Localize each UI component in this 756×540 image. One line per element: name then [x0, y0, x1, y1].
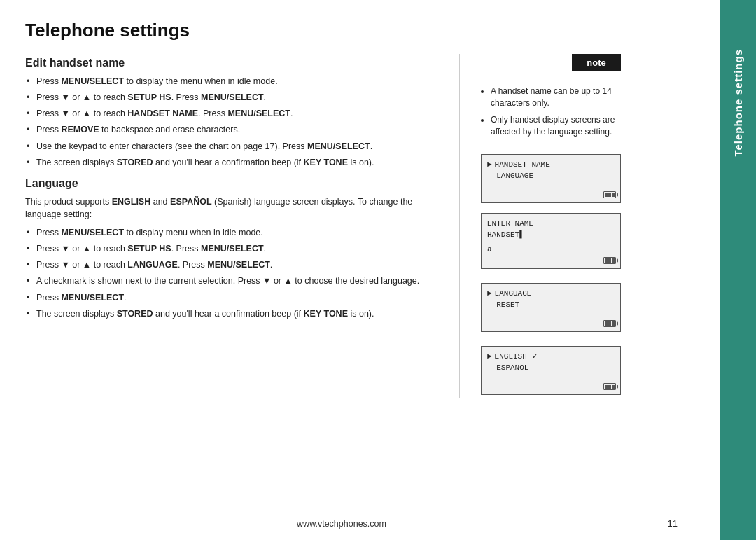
- screen-line: RESET: [487, 299, 615, 311]
- battery-bar: [608, 258, 611, 263]
- list-item: Press MENU/SELECT to display the menu wh…: [25, 75, 438, 88]
- list-item: Press MENU/SELECT.: [25, 291, 438, 304]
- note-text-area: A handset name can be up to 14 character…: [481, 85, 621, 139]
- language-intro: This product supports ENGLISH and ESPAÑO…: [25, 195, 438, 221]
- right-sidebar: Telephone settings: [720, 0, 756, 540]
- screen-text: a: [487, 244, 492, 256]
- screen-line: LANGUAGE: [487, 170, 615, 182]
- page-container: Telephone settings Edit handset name Pre…: [0, 0, 756, 540]
- screen-text: LANGUAGE: [495, 288, 532, 300]
- two-col-layout: Edit handset name Press MENU/SELECT to d…: [25, 54, 706, 398]
- footer: www.vtechphones.com: [0, 513, 683, 529]
- battery-icon: [603, 320, 616, 327]
- screen-line: ESPAÑOL: [487, 362, 615, 374]
- battery-icon: [603, 383, 616, 390]
- list-item: Press MENU/SELECT to display menu when i…: [25, 226, 438, 239]
- phone-screen-1: ► HANDSET NAME LANGUAGE: [481, 154, 621, 203]
- screen-text: ENTER NAME: [487, 218, 533, 230]
- language-heading: Language: [25, 177, 438, 190]
- list-item: The screen displays STORED and you'll he…: [25, 156, 438, 169]
- list-item: A checkmark is shown next to the current…: [25, 275, 438, 287]
- battery-bar: [608, 321, 611, 326]
- screen-text: LANGUAGE: [487, 170, 533, 182]
- phone-screen-2: ENTER NAME HANDSET▌ a: [481, 213, 621, 269]
- note-box: note: [572, 54, 621, 71]
- list-item: Press ▼ or ▲ to reach HANDSET NAME. Pres…: [25, 107, 438, 120]
- battery-bar: [605, 321, 608, 326]
- page-number: 11: [668, 518, 678, 529]
- screen-text: HANDSET▌: [487, 229, 524, 241]
- battery-icon: [603, 257, 616, 264]
- page-title: Telephone settings: [25, 20, 706, 41]
- battery-bar: [612, 385, 615, 389]
- battery-bar: [605, 258, 608, 263]
- checkmark-icon: ✓: [533, 351, 538, 363]
- battery-bar: [612, 321, 615, 326]
- screen-line: ENTER NAME: [487, 218, 615, 230]
- battery-bar: [605, 385, 608, 389]
- battery-bar: [612, 258, 615, 263]
- screen-arrow: ►: [487, 159, 492, 171]
- list-item: Press REMOVE to backspace and erase char…: [25, 123, 438, 136]
- footer-url: www.vtechphones.com: [297, 519, 386, 529]
- list-item: Press ▼ or ▲ to reach SETUP HS. Press ME…: [25, 91, 438, 104]
- screen-text: ENGLISH: [495, 351, 527, 363]
- screen-line: ► ENGLISH ✓: [487, 351, 615, 363]
- screen-line: HANDSET▌: [487, 229, 615, 241]
- note-item: Only handset display screens are affecte…: [491, 114, 621, 139]
- battery-icon: [603, 191, 616, 198]
- battery-bar: [605, 193, 608, 197]
- phone-screen-4: ► ENGLISH ✓ ESPAÑOL: [481, 346, 621, 395]
- screen-text: HANDSET NAME: [495, 159, 550, 171]
- screen-text: RESET: [487, 299, 519, 311]
- screen-text: ESPAÑOL: [487, 362, 528, 374]
- list-item: The screen displays STORED and you'll he…: [25, 307, 438, 320]
- edit-handset-name-heading: Edit handset name: [25, 57, 438, 69]
- vertical-divider: [459, 54, 460, 398]
- note-list: A handset name can be up to 14 character…: [481, 85, 621, 139]
- phone-screen-3: ► LANGUAGE RESET: [481, 283, 621, 332]
- language-bullets: Press MENU/SELECT to display menu when i…: [25, 226, 438, 320]
- screen-arrow: ►: [487, 288, 492, 300]
- list-item: Press ▼ or ▲ to reach LANGUAGE. Press ME…: [25, 258, 438, 271]
- screen-line: a: [487, 244, 615, 256]
- screen-line: ► HANDSET NAME: [487, 159, 615, 171]
- battery-bar: [608, 385, 611, 389]
- list-item: Use the keypad to enter characters (see …: [25, 140, 438, 153]
- main-content: Telephone settings Edit handset name Pre…: [0, 0, 720, 540]
- screen-arrow: ►: [487, 351, 492, 363]
- list-item: Press ▼ or ▲ to reach SETUP HS. Press ME…: [25, 242, 438, 255]
- battery-bar: [612, 193, 615, 197]
- edit-handset-name-bullets: Press MENU/SELECT to display the menu wh…: [25, 75, 438, 169]
- battery-bar: [608, 193, 611, 197]
- screen-line: ► LANGUAGE: [487, 288, 615, 300]
- left-column: Edit handset name Press MENU/SELECT to d…: [25, 54, 438, 398]
- sidebar-label: Telephone settings: [732, 49, 744, 157]
- note-box-wrapper: note: [481, 54, 621, 76]
- note-item: A handset name can be up to 14 character…: [491, 85, 621, 110]
- right-column: note A handset name can be up to 14 char…: [481, 54, 621, 398]
